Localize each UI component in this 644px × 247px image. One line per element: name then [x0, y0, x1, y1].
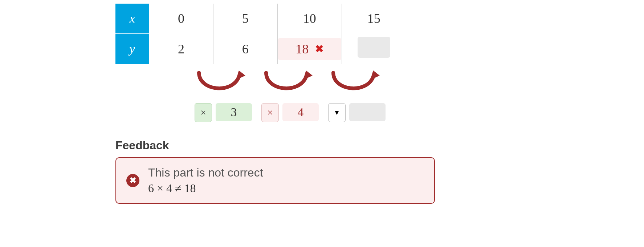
op-2-symbol-button[interactable]: ×	[261, 103, 279, 122]
feedback-line1: This part is not correct	[148, 166, 263, 179]
arrow-row	[115, 69, 449, 102]
y-cell-1: 6	[213, 34, 277, 64]
y-cell-0: 2	[149, 34, 213, 64]
y-cell-wrong-box[interactable]: 18 ✖	[278, 38, 341, 60]
x-cell-1: 5	[213, 4, 277, 34]
arrow-1	[192, 69, 250, 98]
arrow-3	[326, 69, 384, 98]
op-3[interactable]: ▼	[328, 103, 386, 122]
error-circle-icon: ✖	[126, 174, 139, 187]
svg-marker-2	[370, 70, 380, 80]
row-y-header: y	[115, 34, 149, 64]
y-cell-2[interactable]: 18 ✖	[277, 34, 342, 64]
wrong-x-icon: ✖	[315, 43, 323, 55]
op-2[interactable]: × 4	[261, 103, 319, 122]
arrow-2	[259, 69, 317, 98]
xy-table: x 0 5 10 15 y 2 6 18 ✖	[115, 4, 406, 64]
op-1-symbol-button[interactable]: ×	[195, 103, 212, 122]
op-2-value-input[interactable]: 4	[282, 103, 319, 121]
feedback-line2: 6 × 4 ≠ 18	[148, 182, 263, 195]
y-cell-3[interactable]	[342, 34, 406, 64]
x-cell-0: 0	[149, 4, 213, 34]
operations-row: × 3 × 4 ▼	[115, 103, 449, 125]
feedback-heading: Feedback	[115, 139, 449, 152]
feedback-box: ✖ This part is not correct 6 × 4 ≠ 18	[115, 157, 435, 204]
row-x-header: x	[115, 4, 149, 34]
x-cell-3: 15	[342, 4, 406, 34]
x-cell-2: 10	[277, 4, 342, 34]
op-1[interactable]: × 3	[195, 103, 252, 122]
op-3-symbol-dropdown[interactable]: ▼	[328, 103, 346, 122]
y-cell-empty-box[interactable]	[358, 37, 390, 58]
op-3-value-input[interactable]	[349, 103, 386, 121]
op-1-value-input[interactable]: 3	[216, 103, 252, 121]
y-cell-wrong-value: 18	[295, 41, 309, 57]
svg-marker-0	[236, 70, 245, 80]
svg-marker-1	[303, 70, 313, 80]
